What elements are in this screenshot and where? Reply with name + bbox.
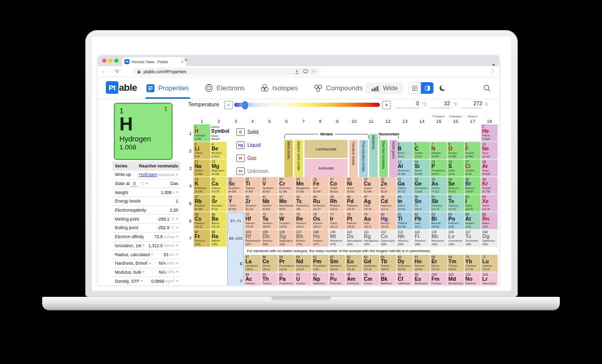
- element-He[interactable]: 2HeHelium4.0026: [481, 124, 498, 141]
- element-La[interactable]: 57LaLanthanum138.91: [244, 255, 261, 272]
- element-Mt[interactable]: 109MtMeitnerium(278): [329, 230, 346, 247]
- lanthanide-range-cell[interactable]: 57–71: [227, 212, 244, 229]
- element-Ne[interactable]: 10NeNeon20.180: [481, 142, 498, 159]
- element-H[interactable]: 1HHydrogen1.008: [194, 124, 210, 141]
- element-Cf[interactable]: 98CfCalifornium(251): [397, 272, 413, 285]
- element-Ta[interactable]: 73TaTantalum180.95: [261, 212, 278, 229]
- selected-element-card[interactable]: 1 1 H Hydrogen 1.008: [114, 103, 173, 160]
- element-Hg[interactable]: 80HgMercury200.59: [380, 212, 396, 229]
- element-Ar[interactable]: 18ArArgon39.948: [481, 159, 498, 176]
- element-Au[interactable]: 79AuGold196.97: [363, 212, 379, 229]
- element-Rg[interactable]: 111RgRoentgenium(282): [363, 230, 379, 247]
- element-Te[interactable]: 52TeTellurium127.60: [447, 195, 464, 212]
- tab-isotopes[interactable]: Isotopes: [259, 77, 299, 99]
- panel-view-button[interactable]: [421, 82, 433, 94]
- element-Am[interactable]: 95AmAmericium(243): [346, 272, 362, 285]
- element-Cs[interactable]: 55CsCaesium132.91: [194, 212, 210, 229]
- element-Li[interactable]: 3LiLithium6.94: [194, 142, 210, 159]
- search-icon[interactable]: [483, 84, 491, 92]
- element-Kr[interactable]: 36KrKrypton83.798: [481, 177, 498, 194]
- element-Be[interactable]: 4BeBeryllium9.0122: [211, 142, 227, 159]
- tab-properties[interactable]: Properties: [145, 77, 190, 99]
- element-Db[interactable]: 105DbDubnium(268): [261, 230, 278, 247]
- element-Ca[interactable]: 20CaCalcium40.078: [211, 177, 227, 194]
- temperature-plus-button[interactable]: +: [382, 101, 391, 109]
- element-Sb[interactable]: 51SbAntimony121.76: [430, 195, 447, 212]
- element-K[interactable]: 19KPotassium39.098: [194, 177, 210, 194]
- element-Sm[interactable]: 62SmSamarium150.36: [329, 255, 346, 272]
- element-Re[interactable]: 75ReRhenium186.21: [295, 212, 312, 229]
- element-Tl[interactable]: 81TlThallium204.38: [397, 212, 413, 229]
- forward-icon[interactable]: →: [108, 68, 113, 75]
- element-Sg[interactable]: 106SgSeaborgium(269): [278, 230, 295, 247]
- element-Nd[interactable]: 60NdNeodymium144.24: [295, 255, 312, 272]
- element-Sr[interactable]: 38SrStrontium87.62: [211, 195, 227, 212]
- element-Br[interactable]: 35BrBromine79.904: [465, 177, 481, 194]
- element-Lu[interactable]: 71LuLutetium174.97: [481, 255, 498, 272]
- element-Bh[interactable]: 107BhBohrium(270): [295, 230, 312, 247]
- temperature-slider-thumb[interactable]: [242, 101, 248, 109]
- element-F[interactable]: 9FFluorine18.998: [465, 142, 481, 159]
- property-row-density-stp[interactable]: Density, STP0.0899kg/m³: [112, 276, 181, 285]
- property-row-melting-point[interactable]: Melting point-259.1°C: [112, 214, 181, 223]
- property-row-boiling-point[interactable]: Boiling point-252.9°C: [112, 223, 181, 232]
- series-header-row[interactable]: Series Reactive nonmetals: [112, 161, 181, 170]
- element-Ba[interactable]: 56BaBarium137.33: [211, 212, 227, 229]
- element-Se[interactable]: 34SeSelenium78.971: [447, 177, 464, 194]
- property-row-weight[interactable]: Weight1.008u: [112, 188, 181, 197]
- element-No[interactable]: 102NoNobelium(259): [465, 272, 481, 285]
- legend-actinoids[interactable]: Actinoids: [305, 159, 348, 177]
- element-Tc[interactable]: 43TcTechnetium(98): [295, 195, 312, 212]
- element-Fm[interactable]: 100FmFermium(257): [430, 272, 447, 285]
- legend-state-gas[interactable]: H Gas: [236, 154, 268, 162]
- minimize-window-button[interactable]: [108, 59, 112, 63]
- property-row-energy-levels[interactable]: Energy levels1: [112, 197, 181, 206]
- legend-lanthanoids[interactable]: Lanthanoids: [305, 140, 348, 158]
- tab-close-icon[interactable]: ×: [181, 60, 184, 64]
- temperature-slider[interactable]: [234, 103, 380, 107]
- property-row-electronegativity[interactable]: Electronegativity2.20: [112, 206, 181, 215]
- element-Tb[interactable]: 65TbTerbium158.93: [380, 255, 396, 272]
- element-Yb[interactable]: 70YbYtterbium173.05: [465, 255, 481, 272]
- legend-state-liquid[interactable]: Hg Liquid: [236, 141, 268, 149]
- element-Nh[interactable]: 113NhNihonium(286): [397, 230, 413, 247]
- element-Pb[interactable]: 82PbLead207.2: [413, 212, 430, 229]
- legend-noble-gases[interactable]: Noble gases: [389, 140, 398, 177]
- legend-metalloids[interactable]: Metalloids: [369, 134, 378, 177]
- fahrenheit-input[interactable]: 32: [431, 100, 450, 108]
- element-Er[interactable]: 68ErErbium167.26: [430, 255, 447, 272]
- element-Ge[interactable]: 32GeGermanium72.630: [413, 177, 430, 194]
- element-Pr[interactable]: 59PrPraseodymium140.91: [278, 255, 295, 272]
- close-window-button[interactable]: [102, 59, 106, 63]
- download-icon[interactable]: [294, 69, 299, 74]
- element-Ds[interactable]: 110DsDarmstadtium(281): [346, 230, 362, 247]
- element-C[interactable]: 6CCarbon12.011: [413, 142, 430, 159]
- element-Na[interactable]: 11NaSodium22.990: [194, 159, 210, 176]
- kelvin-input[interactable]: 273: [462, 100, 482, 108]
- browser-tab[interactable]: Pt Periodic Table - Ptable ×: [122, 57, 186, 66]
- install-app-icon[interactable]: [303, 69, 308, 74]
- element-Eu[interactable]: 63EuEuropium151.96: [346, 255, 362, 272]
- element-Ts[interactable]: 117TsTennessine(294): [465, 230, 481, 247]
- element-Og[interactable]: 118OgOganesson(294): [481, 230, 498, 247]
- element-Ce[interactable]: 58CeCerium140.12: [261, 255, 278, 272]
- state-temperature-input[interactable]: 0: [131, 181, 137, 187]
- element-Rn[interactable]: 86RnRadon(222): [481, 212, 498, 229]
- address-bar[interactable]: ptable.com/#Properties ☆: [133, 68, 320, 75]
- dark-mode-icon[interactable]: [439, 84, 446, 92]
- element-Lr[interactable]: 103LrLawrencium(262): [481, 272, 498, 285]
- property-row-modulus-bulk[interactable]: Modulus, bulkN/AGPa: [112, 268, 181, 277]
- actinide-range-cell[interactable]: 89–103: [227, 230, 244, 247]
- table-view-button[interactable]: [408, 82, 421, 94]
- element-N[interactable]: 7NNitrogen14.007: [430, 142, 447, 159]
- element-Cn[interactable]: 112CnCopernicium(285): [380, 230, 396, 247]
- element-Y[interactable]: 39YYttrium88.906: [227, 195, 244, 212]
- browser-menu-icon[interactable]: ⋮: [491, 68, 496, 74]
- element-Pm[interactable]: 61PmPromethium(145): [312, 255, 329, 272]
- property-row-electron-affinity[interactable]: Electron affinity72.8kJ/mol: [112, 232, 181, 241]
- element-Rh[interactable]: 45RhRhodium102.91: [329, 195, 346, 212]
- wide-toggle-button[interactable]: Wide: [366, 82, 403, 94]
- element-Rb[interactable]: 37RbRubidium85.468: [194, 195, 210, 212]
- property-row-hardness-brinell[interactable]: Hardness, BrinellN/AMPa: [112, 259, 181, 268]
- element-Es[interactable]: 99EsEinsteinium(252): [413, 272, 430, 285]
